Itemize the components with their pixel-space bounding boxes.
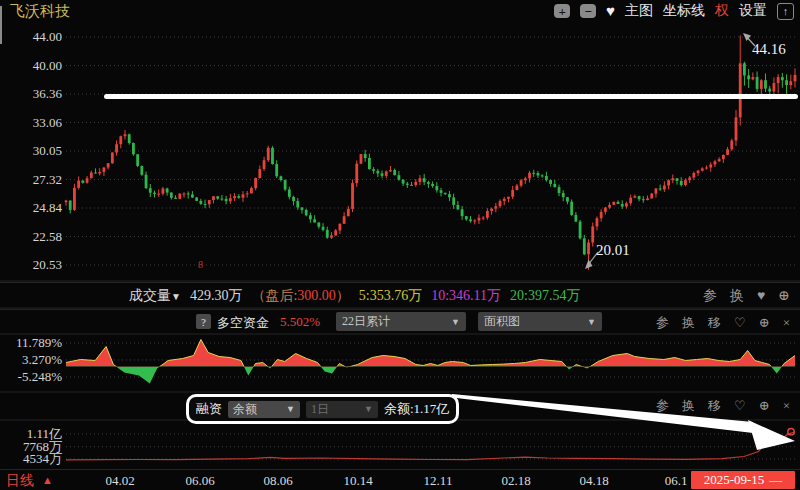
settings-button[interactable]: 设置 xyxy=(739,2,767,20)
annotation-horizontal-line xyxy=(104,94,798,99)
y-axis-label: 30.05 xyxy=(0,144,62,158)
annotation-highlight-box: 融资 余额▼ 1日▼ 余额:1.17亿 xyxy=(186,394,459,424)
move-button[interactable]: 移 xyxy=(708,397,721,415)
zoom-in-button[interactable]: + xyxy=(554,4,570,18)
high-price-annotation: 44.16 xyxy=(752,41,786,58)
period-tab-daily[interactable]: 日线 xyxy=(6,472,34,490)
rongzi-actions: 参 换 移 ♡ ⊕ × xyxy=(656,397,790,415)
up-triangle-icon[interactable]: ▲ xyxy=(42,474,53,486)
param-button[interactable]: 参 xyxy=(656,397,669,415)
after-hours-value: （盘后:300.00） xyxy=(251,287,349,305)
top-toolbar: + − ♥ 主图 坐标线 权 设置 ↑ xyxy=(554,2,794,20)
low-price-annotation: 20.01 xyxy=(596,242,630,259)
y-axis-label: 4534万 xyxy=(0,452,62,466)
y-axis-label: -5.248% xyxy=(0,370,62,384)
chevron-down-icon: ▼ xyxy=(587,317,596,327)
switch-button[interactable]: 换 xyxy=(682,397,695,415)
param-button[interactable]: 参 xyxy=(703,287,717,305)
rongzi-header: 融资 余额▼ 1日▼ 余额:1.17亿 参 换 移 ♡ ⊕ × xyxy=(0,393,800,420)
magnifier-plus-icon[interactable]: ⊕ xyxy=(759,315,770,331)
main-chart-button[interactable]: 主图 xyxy=(625,2,653,20)
magnifier-plus-icon[interactable]: ⊕ xyxy=(759,398,770,414)
close-icon[interactable]: × xyxy=(783,315,790,331)
style-dropdown[interactable]: 面积图▼ xyxy=(478,312,602,331)
volume-ma5: 5:353.76万 xyxy=(359,287,422,305)
x-axis-date-label: 06.1 xyxy=(665,473,688,489)
top-header: 飞沃科技 + − ♥ 主图 坐标线 权 设置 ↑ xyxy=(0,0,800,22)
volume-arrow-icon[interactable]: ▼ xyxy=(171,291,181,302)
switch-button[interactable]: 换 xyxy=(682,314,695,332)
coordinate-line-button[interactable]: 坐标线 xyxy=(663,2,705,20)
x-axis-date-label: 08.06 xyxy=(263,473,292,489)
y-axis-label: 40.00 xyxy=(0,59,62,73)
x-axis-date-label: 02.18 xyxy=(501,473,530,489)
help-icon[interactable]: ? xyxy=(196,314,211,329)
x-axis-date-label: 06.06 xyxy=(185,473,214,489)
favorite-heart-icon[interactable]: ♥ xyxy=(606,3,615,20)
heart-outline-icon[interactable]: ♡ xyxy=(734,315,746,331)
y-axis-label: 36.36 xyxy=(0,87,62,101)
candlestick-series xyxy=(65,35,797,270)
chevron-down-icon: ▼ xyxy=(364,404,373,414)
volume-value: 429.30万 xyxy=(190,287,243,305)
x-axis-date-label: 12.11 xyxy=(424,473,453,489)
x-axis: 日线 ▲ 04.0206.0608.0610.1412.1102.1804.18… xyxy=(0,469,800,490)
chevron-down-icon: ▼ xyxy=(451,317,460,327)
balance-value: 余额:1.17亿 xyxy=(384,400,449,418)
chevron-down-icon: ▼ xyxy=(286,404,295,414)
volume-bar: 成交量▼ 429.30万 （盘后:300.00） 5:353.76万 10:34… xyxy=(0,282,800,308)
duokong-actions: 参 换 移 ♡ ⊕ × xyxy=(656,314,790,332)
zoom-out-button[interactable]: − xyxy=(580,4,596,18)
x-axis-date-label: 10.14 xyxy=(343,473,372,489)
y-axis-label: 20.53 xyxy=(0,258,62,272)
close-icon[interactable]: × xyxy=(783,398,790,414)
duokong-value: 5.502% xyxy=(280,314,320,330)
expand-icon[interactable]: ↑ xyxy=(777,3,794,20)
stock-chart-app: 飞沃科技 + − ♥ 主图 坐标线 权 设置 ↑ 成交量▼ 429.30万 （盘… xyxy=(0,0,800,490)
move-button[interactable]: 移 xyxy=(708,314,721,332)
current-date-badge[interactable]: 2025-09-15— xyxy=(691,471,795,489)
magnifier-plus-icon[interactable]: ⊕ xyxy=(778,287,790,304)
volume-ma20: 20:397.54万 xyxy=(510,287,580,305)
x-axis-date-label: 04.02 xyxy=(105,473,134,489)
switch-button[interactable]: 换 xyxy=(730,287,744,305)
param-button[interactable]: 参 xyxy=(656,314,669,332)
duokong-header: ? 多空资金 5.502% 22日累计▼ 面积图▼ 参 换 移 ♡ ⊕ × xyxy=(0,309,800,334)
volume-actions: 参 换 ♥ ⊕ xyxy=(703,287,800,305)
balance-dropdown[interactable]: 余额▼ xyxy=(228,401,300,418)
y-axis-label: 33.06 xyxy=(0,116,62,130)
interval-dropdown[interactable]: 1日▼ xyxy=(306,401,378,418)
y-axis-label: 3.270% xyxy=(0,353,62,367)
y-axis-label: 11.789% xyxy=(0,336,62,350)
y-axis-label: 22.58 xyxy=(0,230,62,244)
y-axis-label: 44.00 xyxy=(0,30,62,44)
drag-handle-icon: — xyxy=(769,472,782,488)
heart-outline-icon[interactable]: ♡ xyxy=(734,398,746,414)
y-axis-label: 24.84 xyxy=(0,201,62,215)
rongzi-line-series xyxy=(66,429,795,460)
stock-name: 飞沃科技 xyxy=(10,2,70,21)
volume-label: 成交量▼ xyxy=(129,287,181,305)
heart-icon[interactable]: ♥ xyxy=(757,288,765,304)
x-axis-date-label: 04.18 xyxy=(579,473,608,489)
rights-adjust-button[interactable]: 权 xyxy=(715,2,729,20)
rongzi-label: 融资 xyxy=(196,400,222,418)
duokong-label: 多空资金 xyxy=(217,314,269,332)
period-dropdown[interactable]: 22日累计▼ xyxy=(336,312,466,331)
y-axis-label: 27.32 xyxy=(0,173,62,187)
event-marker: 8 xyxy=(198,259,203,270)
volume-ma10: 10:346.11万 xyxy=(431,287,501,305)
